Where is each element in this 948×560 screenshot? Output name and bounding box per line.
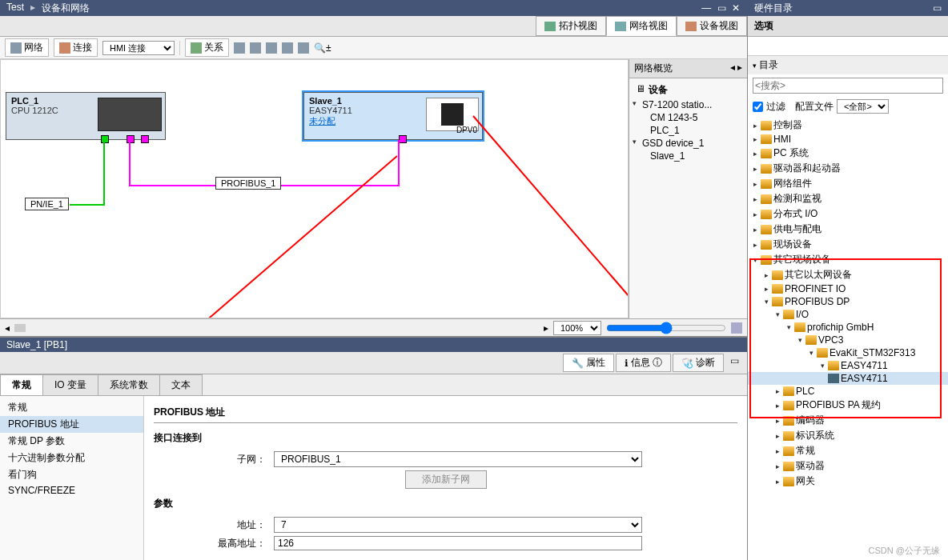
bus-label-pnie[interactable]: PN/IE_1: [25, 198, 69, 210]
catalog-folder-item[interactable]: ▾EvaKit_STM32F313: [748, 346, 948, 359]
port-pn[interactable]: [101, 135, 109, 143]
expand-icon[interactable]: ▸: [751, 210, 759, 218]
subtab-sysconst[interactable]: 系统常数: [98, 374, 160, 395]
nav-arrows[interactable]: ◂ ▸: [730, 62, 742, 75]
device-slave[interactable]: Slave_1 EASY4711 未分配 DPV0: [303, 92, 483, 140]
bus-label-profibus[interactable]: PROFIBUS_1: [215, 177, 281, 190]
tab-device[interactable]: 设备视图: [677, 16, 747, 36]
expand-icon[interactable]: ▾: [751, 256, 759, 264]
tool-icon[interactable]: 🔍±: [314, 42, 331, 54]
scroll-right-icon[interactable]: ▸: [544, 322, 548, 334]
expand-icon[interactable]: ▾: [818, 362, 826, 370]
catalog-folder-item[interactable]: ▸常规: [748, 443, 948, 458]
network-canvas[interactable]: PLC_1 CPU 1212C Slave_1 EASY4711 未分配: [0, 59, 629, 318]
catalog-folder-item[interactable]: ▸现场设备: [748, 237, 948, 252]
catalog-folder-item[interactable]: ▾其它现场设备: [748, 252, 948, 267]
catalog-folder-item[interactable]: ▾profichip GmbH: [748, 321, 948, 334]
expand-icon[interactable]: ▸: [773, 402, 781, 410]
catalog-folder-item[interactable]: ▸HMI: [748, 133, 948, 146]
catalog-folder-item[interactable]: ▸PROFIBUS PA 规约: [748, 398, 948, 413]
overview-item[interactable]: PLC_1: [631, 124, 745, 137]
scroll-thumb[interactable]: [14, 324, 26, 332]
catalog-folder-item[interactable]: ▸驱动器和起动器: [748, 161, 948, 176]
catalog-folder-item[interactable]: ▸驱动器: [748, 458, 948, 474]
tool-icon[interactable]: [266, 42, 277, 54]
catalog-folder-item[interactable]: ▾I/O: [748, 308, 948, 321]
port-dp[interactable]: [141, 135, 149, 143]
zoom-select[interactable]: 100%: [553, 321, 601, 335]
address-select[interactable]: 7: [274, 517, 642, 533]
catalog-folder-item[interactable]: ▸网关: [748, 474, 948, 489]
expand-icon[interactable]: ▸: [751, 150, 759, 158]
add-subnet-button[interactable]: 添加新子网: [405, 470, 487, 489]
port-dp[interactable]: [399, 135, 407, 143]
expand-icon[interactable]: ▾: [785, 323, 793, 331]
catalog-folder-item[interactable]: ▾VPC3: [748, 334, 948, 346]
tool-icon[interactable]: [234, 42, 245, 54]
catalog-toggle[interactable]: 目录: [748, 56, 948, 74]
nav-item[interactable]: 十六进制参数分配: [0, 450, 143, 466]
expand-icon[interactable]: ▸: [773, 432, 781, 440]
scroll-left-icon[interactable]: ◂: [5, 322, 10, 334]
expand-icon[interactable]: ▾: [773, 310, 781, 318]
expand-icon[interactable]: ▸: [773, 387, 781, 395]
catalog-folder-item[interactable]: ▸标识系统: [748, 428, 948, 443]
overview-icon[interactable]: [731, 322, 742, 334]
catalog-device-item[interactable]: EASY4711: [748, 372, 948, 385]
catalog-folder-item[interactable]: ▾PROFIBUS DP: [748, 295, 948, 308]
catalog-folder-item[interactable]: ▸网络组件: [748, 176, 948, 191]
connect-button[interactable]: 连接: [54, 38, 98, 57]
tab-info[interactable]: ℹ信息ⓘ: [616, 354, 671, 372]
overview-item[interactable]: S7-1200 statio...: [631, 98, 745, 111]
nav-item[interactable]: 常规 DP 参数: [0, 433, 143, 450]
overview-item[interactable]: CM 1243-5: [631, 111, 745, 124]
nav-item[interactable]: 看门狗: [0, 466, 143, 483]
expand-icon[interactable]: ▸: [773, 447, 781, 455]
expand-icon[interactable]: ▸: [773, 478, 781, 486]
panel-controls[interactable]: ▭: [933, 2, 942, 14]
expand-icon[interactable]: ▸: [751, 135, 759, 143]
device-plc[interactable]: PLC_1 CPU 1212C: [6, 92, 166, 140]
tab-properties[interactable]: 🔧属性: [563, 354, 614, 372]
subtab-general[interactable]: 常规: [0, 374, 43, 395]
catalog-folder-item[interactable]: ▸编码器: [748, 413, 948, 428]
zoom-fit-icon[interactable]: [298, 42, 309, 54]
nav-item[interactable]: SYNC/FREEZE: [0, 483, 143, 498]
catalog-folder-item[interactable]: ▸分布式 I/O: [748, 206, 948, 222]
expand-icon[interactable]: ▸: [773, 417, 781, 425]
catalog-folder-item[interactable]: ▸PLC: [748, 385, 948, 398]
catalog-folder-item[interactable]: ▸其它以太网设备: [748, 267, 948, 282]
zoom-slider[interactable]: [606, 322, 726, 334]
port-dp[interactable]: [127, 135, 135, 143]
panel-collapse-icon[interactable]: ▭: [725, 354, 744, 372]
tool-icon[interactable]: [250, 42, 261, 54]
panel-controls[interactable]: — ▭ ✕: [701, 2, 741, 14]
expand-icon[interactable]: ▸: [762, 271, 770, 279]
expand-icon[interactable]: ▸: [762, 285, 770, 293]
catalog-folder-item[interactable]: ▸控制器: [748, 118, 948, 133]
connection-type-select[interactable]: HMI 连接: [102, 41, 175, 55]
expand-icon[interactable]: ▸: [751, 195, 759, 203]
overview-item[interactable]: GSD device_1: [631, 137, 745, 150]
tab-topology[interactable]: 拓扑视图: [536, 16, 606, 36]
expand-icon[interactable]: ▸: [751, 122, 759, 130]
catalog-folder-item[interactable]: ▸PC 系统: [748, 146, 948, 161]
expand-icon[interactable]: ▸: [773, 462, 781, 470]
tool-icon[interactable]: [282, 42, 293, 54]
subtab-iovars[interactable]: IO 变量: [42, 374, 98, 395]
tab-diagnostics[interactable]: 🩺诊断: [673, 354, 724, 372]
profile-select[interactable]: <全部>: [837, 99, 889, 114]
expand-icon[interactable]: ▸: [751, 241, 759, 249]
expand-icon[interactable]: ▾: [807, 349, 815, 357]
filter-checkbox[interactable]: [753, 102, 763, 112]
expand-icon[interactable]: ▸: [751, 180, 759, 188]
subnet-select[interactable]: PROFIBUS_1: [274, 451, 642, 467]
tab-network[interactable]: 网络视图: [606, 16, 677, 36]
catalog-search-input[interactable]: [753, 78, 943, 94]
network-button[interactable]: 网络: [5, 38, 49, 57]
overview-item[interactable]: Slave_1: [631, 150, 745, 162]
catalog-folder-item[interactable]: ▸PROFINET IO: [748, 282, 948, 295]
catalog-folder-item[interactable]: ▸检测和监视: [748, 191, 948, 206]
subtab-text[interactable]: 文本: [159, 374, 203, 395]
catalog-folder-item[interactable]: ▾EASY4711: [748, 359, 948, 372]
